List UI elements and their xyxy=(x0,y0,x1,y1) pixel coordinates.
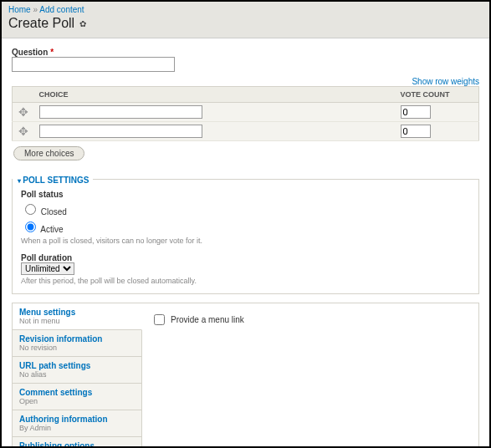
vtab-title: Publishing options xyxy=(19,441,135,448)
breadcrumb: Home » Add content xyxy=(8,5,483,14)
question-input[interactable] xyxy=(12,57,175,72)
vtab-title: URL path settings xyxy=(19,361,135,370)
vtab-title: Menu settings xyxy=(19,308,135,317)
vote-count-header: VOTE COUNT xyxy=(396,87,479,103)
vtab-comment-settings[interactable]: Comment settings Open xyxy=(13,384,141,410)
poll-status-closed-radio[interactable] xyxy=(25,204,36,215)
table-row: ✥ xyxy=(13,103,479,122)
breadcrumb-add-content[interactable]: Add content xyxy=(39,5,84,14)
vertical-tabs-list: Menu settings Not in menu Revision infor… xyxy=(13,303,142,448)
poll-status-label: Poll status xyxy=(21,190,470,199)
choice-input[interactable] xyxy=(39,125,202,138)
page-title: Create Poll ✿ xyxy=(8,16,483,31)
menu-link-text: Provide a menu link xyxy=(171,315,244,324)
menu-link-checkbox[interactable] xyxy=(154,314,165,325)
poll-status-closed-text: Closed xyxy=(41,207,67,216)
question-label: Question * xyxy=(12,48,54,57)
poll-duration-desc: After this period, the poll will be clos… xyxy=(21,277,470,285)
vtab-title: Revision information xyxy=(19,334,135,344)
question-field-wrapper: Question * xyxy=(12,47,479,72)
vtab-revision-information[interactable]: Revision information No revision xyxy=(13,330,141,357)
required-marker: * xyxy=(50,48,54,57)
poll-duration-label: Poll duration xyxy=(21,253,470,262)
page-title-text: Create Poll xyxy=(8,16,74,31)
vtab-summary: By Admin xyxy=(19,424,135,432)
drag-handle-icon[interactable]: ✥ xyxy=(13,122,34,141)
main-content: Question * Show row weights CHOICE VOTE … xyxy=(2,38,489,448)
vtab-title: Comment settings xyxy=(19,388,135,397)
more-choices-button[interactable]: More choices xyxy=(13,146,84,160)
breadcrumb-home[interactable]: Home xyxy=(8,5,31,14)
vtab-title: Authoring information xyxy=(19,415,135,424)
table-row: ✥ xyxy=(13,122,479,141)
vtab-authoring-information[interactable]: Authoring information By Admin xyxy=(13,410,141,437)
vertical-tabs: Menu settings Not in menu Revision infor… xyxy=(12,303,479,448)
gear-icon[interactable]: ✿ xyxy=(79,19,86,28)
poll-status-desc: When a poll is closed, visitors can no l… xyxy=(21,237,470,245)
vertical-tabs-pane: Provide a menu link xyxy=(142,303,478,448)
vote-count-input[interactable] xyxy=(401,125,431,138)
question-label-text: Question xyxy=(12,48,48,57)
vtab-menu-settings[interactable]: Menu settings Not in menu xyxy=(13,303,142,330)
vtab-summary: Not in menu xyxy=(19,317,135,325)
choice-header: CHOICE xyxy=(34,87,396,103)
top-bar: Home » Add content Create Poll ✿ xyxy=(2,2,489,38)
drag-handle-icon[interactable]: ✥ xyxy=(13,103,34,122)
poll-settings-panel: POLL SETTINGS Poll status Closed Active … xyxy=(12,172,479,294)
row-weights-toggle: Show row weights xyxy=(12,77,479,86)
vtab-summary: Open xyxy=(19,397,135,405)
choices-table: CHOICE VOTE COUNT ✥ ✥ xyxy=(12,86,479,141)
show-row-weights-link[interactable]: Show row weights xyxy=(412,77,479,86)
vtab-url-path-settings[interactable]: URL path settings No alias xyxy=(13,357,141,384)
poll-status-closed[interactable]: Closed xyxy=(21,201,470,216)
choice-input[interactable] xyxy=(39,105,202,119)
poll-status-active[interactable]: Active xyxy=(21,219,470,234)
vote-count-input[interactable] xyxy=(401,105,431,119)
vtab-summary: No alias xyxy=(19,370,135,379)
vtab-summary: No revision xyxy=(19,344,135,352)
poll-settings-legend[interactable]: POLL SETTINGS xyxy=(13,172,93,186)
menu-link-checkbox-label[interactable]: Provide a menu link xyxy=(151,312,470,328)
poll-status-active-radio[interactable] xyxy=(25,221,36,232)
poll-duration-select[interactable]: Unlimited xyxy=(21,262,74,275)
poll-status-active-text: Active xyxy=(40,225,63,234)
vtab-publishing-options[interactable]: Publishing options Published, Promoted t… xyxy=(13,437,141,448)
